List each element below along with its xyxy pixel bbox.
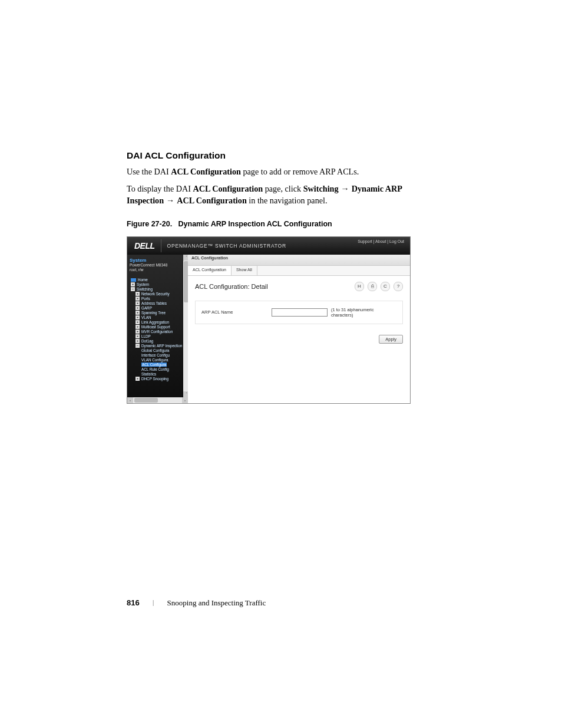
tree-item[interactable]: +Address Tables [135, 301, 186, 305]
plus-icon: + [131, 282, 135, 286]
panel-title-row: ACL Configuration: Detail H ⎙ C ? [195, 282, 403, 291]
arp-acl-name-input[interactable] [272, 308, 328, 317]
tree-label: Address Tables [141, 301, 167, 305]
tree-label: Global Configura [141, 348, 169, 353]
tree-item[interactable]: +Ports [135, 297, 186, 301]
plus-icon: + [135, 330, 140, 334]
figure-title: Dynamic ARP Inspection ACL Configuration [178, 220, 332, 228]
tree-system[interactable]: +System [131, 282, 186, 286]
tree-item[interactable]: +Dot1ag [135, 339, 186, 343]
tab-acl-configuration[interactable]: ACL Configuration [188, 266, 232, 275]
dell-logo: DELL [134, 241, 155, 251]
tree-item-dai[interactable]: −Dynamic ARP Inspection [135, 344, 186, 348]
tree-label: LLDP [141, 334, 151, 338]
plus-icon: + [135, 339, 140, 343]
tree-label: Spanning Tree [141, 311, 166, 315]
tree-label: Network Security [141, 292, 170, 296]
logo-text: DELL [134, 241, 155, 251]
tree-item[interactable]: +DHCP Snooping [135, 377, 186, 381]
tree-item[interactable]: +LLDP [135, 334, 186, 338]
plus-icon: + [135, 292, 140, 296]
tree-label: VLAN Configura [141, 358, 168, 362]
page-footer: 816 | Snooping and Inspecting Traffic [127, 598, 266, 608]
tree-item[interactable]: +Link Aggregation [135, 320, 186, 324]
scroll-down-icon[interactable]: ˅ [183, 391, 188, 397]
main-content: ACL Configuration ACL Configuration Show… [188, 255, 410, 403]
tab-show-all[interactable]: Show All [232, 266, 257, 275]
arrow-icon: → [164, 196, 177, 205]
nav-tree: Home +System −Switching +Network Securit… [130, 278, 186, 381]
horizontal-scrollbar[interactable]: ‹ › [127, 397, 188, 403]
button-row: Apply [195, 335, 403, 344]
tree-subitem[interactable]: VLAN Configura [141, 358, 186, 362]
print-icon[interactable]: ⎙ [368, 282, 377, 291]
tree-label: Link Aggregation [141, 320, 169, 324]
scroll-left-icon[interactable]: ‹ [127, 397, 133, 403]
tree-subitem[interactable]: Global Configura [141, 348, 186, 353]
panel: ACL Configuration: Detail H ⎙ C ? ARP AC… [188, 276, 410, 350]
app-header: DELL OPENMANAGE™ SWITCH ADMINISTRATOR Su… [127, 237, 410, 255]
tree-item[interactable]: +MVR Configuration [135, 330, 186, 334]
header-links[interactable]: Support | About | Log Out [358, 239, 404, 243]
text: To display the DAI [127, 184, 193, 193]
intro-paragraph-1: Use the DAI ACL Configuration page to ad… [127, 166, 439, 178]
sidebar-system-label: System [130, 258, 186, 263]
panel-title: ACL Configuration: Detail [195, 283, 268, 290]
tree-label-selected: ACL Configura [141, 363, 167, 367]
text: page, click [263, 184, 303, 193]
tree-item[interactable]: +GARP [135, 306, 186, 310]
tree-item[interactable]: +Network Security [135, 292, 186, 296]
breadcrumb: ACL Configuration [188, 255, 410, 266]
home-icon [131, 278, 136, 282]
scroll-up-icon[interactable]: ˄ [183, 255, 188, 261]
plus-icon: + [135, 297, 140, 301]
tree-item[interactable]: +Multicast Support [135, 325, 186, 329]
tree-home[interactable]: Home [131, 278, 186, 282]
bold-term: ACL Configuration [193, 184, 263, 193]
nav-step: ACL Configuration [177, 196, 247, 205]
tree-subitem-selected[interactable]: ACL Configura [141, 363, 186, 367]
tree-label: Interface Configu [141, 353, 170, 357]
tree-switching[interactable]: −Switching [131, 287, 186, 291]
screenshot: DELL OPENMANAGE™ SWITCH ADMINISTRATOR Su… [127, 236, 411, 404]
text: page to add or remove ARP ACLs. [241, 167, 359, 176]
section-heading: DAI ACL Configuration [127, 150, 439, 161]
tree-label: Dynamic ARP Inspection [141, 344, 182, 348]
figure-number: Figure 27-20. [127, 220, 172, 228]
intro-paragraph-2: To display the DAI ACL Configuration pag… [127, 183, 439, 207]
scroll-thumb[interactable] [184, 261, 188, 302]
tree-subitem[interactable]: Interface Configu [141, 353, 186, 357]
refresh-icon[interactable]: C [381, 282, 390, 291]
plus-icon: + [135, 306, 140, 310]
plus-icon: + [135, 301, 140, 305]
save-icon[interactable]: H [355, 282, 364, 291]
arrow-icon: → [339, 184, 352, 193]
apply-button[interactable]: Apply [379, 335, 403, 344]
tree-label: Dot1ag [141, 339, 153, 343]
app-title: OPENMANAGE™ SWITCH ADMINISTRATOR [167, 243, 286, 249]
tree-label: Home [138, 278, 148, 282]
vertical-scrollbar[interactable]: ˄ ˅ [183, 255, 188, 403]
tree-item[interactable]: +VLAN [135, 315, 186, 319]
sidebar: System PowerConnect M8348 root, r/w Home… [127, 255, 188, 403]
tree-label: Switching [137, 287, 153, 291]
page-number: 816 [127, 598, 140, 607]
tree-subitem[interactable]: Statistics [141, 372, 186, 376]
scroll-right-icon[interactable]: › [182, 397, 188, 403]
tree-subitem[interactable]: ACL Rule Config [141, 367, 186, 371]
help-icon[interactable]: ? [394, 282, 403, 291]
tree-label: VLAN [141, 315, 151, 319]
figure-caption: Figure 27-20. Dynamic ARP Inspection ACL… [127, 220, 439, 228]
minus-icon: − [135, 344, 140, 348]
minus-icon: − [131, 287, 135, 291]
plus-icon: + [135, 325, 140, 329]
scroll-thumb[interactable] [134, 398, 158, 403]
tree-item[interactable]: +Spanning Tree [135, 311, 186, 315]
bold-term: ACL Configuration [171, 167, 241, 176]
divider [161, 239, 161, 252]
footer-divider: | [153, 599, 154, 606]
sidebar-user: root, r/w [130, 268, 186, 272]
plus-icon: + [135, 334, 140, 338]
tab-bar: ACL Configuration Show All [188, 266, 410, 276]
tree-label: Statistics [141, 372, 156, 376]
